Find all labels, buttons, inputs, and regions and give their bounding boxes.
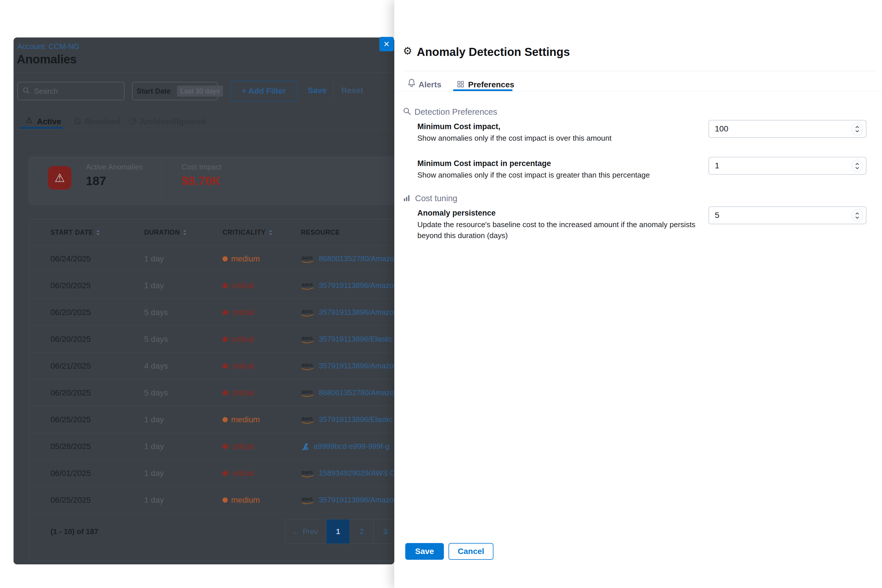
cell-resource: aws a9999bcd-e999-999f-g (301, 433, 404, 460)
cell-resource: aws 357919113896/Elastic Lo (301, 326, 404, 352)
pagination-range: (1 - 10) of 187 (51, 519, 98, 544)
table-row[interactable]: 05/28/2025 1 day critical aws a9999bcd-e… (29, 433, 403, 460)
breadcrumb-account-link[interactable]: Account: CCM-NG (17, 42, 79, 51)
column-header-start-date[interactable]: START DATE (51, 219, 100, 245)
prev-page-button[interactable]: ← Prev (285, 519, 326, 544)
aws-icon: aws (301, 362, 315, 370)
page-button-1[interactable]: 1 (326, 519, 350, 544)
table-row[interactable]: 06/20/2025 5 days critical aws 357919113… (29, 326, 403, 352)
cell-duration: 1 day (144, 245, 164, 272)
add-filter-button[interactable]: + Add Filter (231, 81, 297, 102)
table-row[interactable]: 06/01/2025 1 day critical aws 1589349290… (29, 460, 403, 486)
cell-duration: 5 days (144, 380, 168, 406)
cell-criticality: medium (222, 245, 260, 272)
page-button-2[interactable]: 2 (350, 519, 373, 544)
aws-icon: aws (301, 281, 315, 290)
svg-text:aws: aws (302, 334, 313, 341)
cell-start-date: 06/20/2025 (51, 326, 91, 352)
search-input[interactable] (34, 87, 119, 96)
anomaly-settings-panel (394, 0, 882, 588)
cell-resource: aws 868001352780/Amazon (301, 245, 404, 272)
svg-text:aws: aws (302, 362, 313, 368)
svg-text:aws: aws (302, 469, 313, 475)
resource-link[interactable]: 357919113896/Amazon (319, 308, 398, 317)
page-button-3[interactable]: 3 (373, 519, 397, 544)
svg-text:aws: aws (302, 281, 313, 288)
stepper-control[interactable] (852, 123, 863, 135)
table-row[interactable]: 06/25/2025 1 day medium aws 357919113896… (29, 406, 403, 433)
tab-alerts[interactable]: Alerts (418, 80, 441, 89)
start-date-label: Start Date (136, 87, 171, 95)
filter-save-link[interactable]: Save (308, 86, 327, 95)
detection-preferences-heading: Detection Preferences (414, 107, 497, 117)
date-range-chip[interactable]: Last 30 days (177, 86, 223, 96)
pagination-control: ← Prev 123 (285, 519, 404, 544)
save-button[interactable]: Save (405, 543, 444, 560)
cell-start-date: 06/20/2025 (51, 380, 91, 406)
criticality-dot (222, 471, 228, 476)
search-section-icon (403, 107, 411, 117)
anomaly-persistence-input[interactable] (709, 207, 866, 224)
criticality-dot (222, 363, 228, 369)
svg-text:aws: aws (302, 308, 313, 315)
resource-link[interactable]: 158934929029/AWS Co (319, 469, 399, 478)
min-cost-impact-label: Minimum Cost impact, (417, 122, 500, 131)
svg-text:aws: aws (302, 388, 313, 395)
aws-icon: aws (301, 254, 315, 264)
min-cost-percentage-label: Minimum Cost impact in percentage (417, 159, 551, 168)
table-row[interactable]: 06/20/2025 5 days critical aws 357919113… (29, 299, 403, 326)
active-anomalies-alert-icon: ⚠ (48, 166, 72, 190)
cell-resource: aws 868001352780/Amazon (301, 380, 404, 406)
tab-archived-ignored[interactable]: Archived/Ignored (140, 117, 206, 126)
cell-duration: 4 days (144, 352, 168, 380)
table-row[interactable]: 06/20/2025 1 day critical aws 3579191138… (29, 272, 403, 299)
start-date-filter[interactable]: Start Date Last 30 days (132, 82, 218, 100)
cell-start-date: 06/25/2025 (51, 486, 91, 513)
cancel-button[interactable]: Cancel (448, 543, 494, 560)
resource-link[interactable]: 357919113896/Amazon (319, 362, 398, 370)
resource-link[interactable]: a9999bcd-e999-999f-g (314, 442, 389, 451)
resource-link[interactable]: 868001352780/Amazon (319, 388, 398, 397)
cell-criticality: critical (222, 380, 254, 406)
search-box[interactable] (17, 82, 124, 100)
cell-duration: 1 day (144, 460, 164, 486)
close-panel-button[interactable]: ✕ (380, 37, 394, 51)
svg-text:aws: aws (302, 495, 313, 502)
stepper-control[interactable] (852, 160, 863, 172)
min-cost-impact-input[interactable] (709, 120, 866, 137)
criticality-dot (222, 283, 228, 288)
cell-resource: aws 158934929029/AWS Co (301, 460, 404, 486)
min-cost-percentage-input[interactable] (709, 158, 866, 174)
table-row[interactable]: 06/24/2025 1 day medium aws 868001352780… (29, 245, 403, 272)
anomalies-table: START DATE DURATION CRITICALITY RESOURCE… (29, 219, 404, 561)
resource-link[interactable]: 868001352780/Amazon (319, 254, 398, 263)
filter-reset-link: Reset (341, 86, 363, 95)
column-header-duration[interactable]: DURATION (144, 219, 187, 245)
criticality-dot (222, 498, 228, 502)
tab-preferences[interactable]: Preferences (468, 80, 514, 89)
cell-resource: aws 357919113896/Amazon (301, 486, 404, 513)
anomaly-persistence-input-wrap (708, 206, 866, 224)
resource-link[interactable]: 357919113896/Amazon (319, 281, 398, 290)
cell-criticality: critical (222, 272, 254, 299)
clock-archive-icon (129, 117, 137, 126)
resource-link[interactable]: 357919113896/Amazon (319, 495, 398, 504)
cell-duration: 1 day (144, 433, 164, 460)
resource-link[interactable]: 357919113896/Elastic Lo (319, 415, 403, 424)
cell-start-date: 06/21/2025 (51, 352, 91, 380)
table-body: 06/24/2025 1 day medium aws 868001352780… (29, 245, 403, 513)
table-row[interactable]: 06/25/2025 1 day medium aws 357919113896… (29, 486, 403, 513)
table-row[interactable]: 06/20/2025 5 days critical aws 868001352… (29, 380, 403, 406)
cell-duration: 5 days (144, 299, 168, 326)
aws-icon: aws (301, 308, 315, 317)
stepper-control[interactable] (852, 209, 863, 222)
column-header-criticality[interactable]: CRITICALITY (222, 219, 273, 245)
tab-active[interactable]: Active (37, 117, 61, 126)
table-row[interactable]: 06/21/2025 4 days critical aws 357919113… (29, 352, 403, 380)
cell-duration: 1 day (144, 486, 164, 513)
bell-icon (408, 78, 416, 89)
resource-link[interactable]: 357919113896/Elastic Lo (319, 334, 403, 344)
cell-start-date: 06/20/2025 (51, 272, 91, 299)
anomaly-persistence-description: Update the resource's baseline cost to t… (417, 219, 711, 241)
tab-resolved[interactable]: Resolved (84, 117, 120, 126)
